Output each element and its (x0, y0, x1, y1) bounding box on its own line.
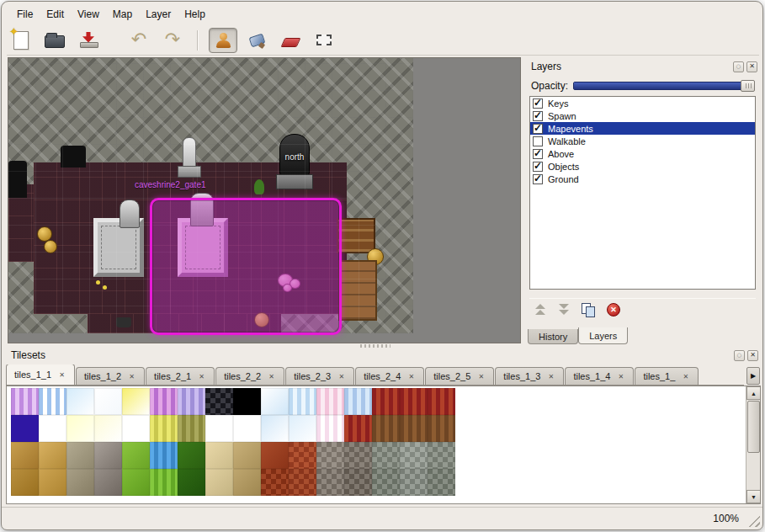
dock-tab-history[interactable]: History (528, 329, 578, 344)
resize-grip[interactable] (748, 515, 760, 527)
map-canvas-area[interactable]: north caveshrine2_gate1 (8, 57, 521, 343)
layer-row-above[interactable]: Above (530, 147, 755, 160)
scroll-down-icon[interactable] (746, 490, 761, 503)
close-tab-icon[interactable] (406, 372, 416, 381)
palette-tile[interactable] (372, 415, 400, 442)
palette-tile[interactable] (66, 469, 94, 496)
palette-tile[interactable] (205, 415, 233, 442)
palette-tile[interactable] (261, 388, 289, 415)
fill-tool-button[interactable] (242, 28, 271, 53)
close-tab-icon[interactable] (681, 372, 690, 381)
palette-tile[interactable] (289, 442, 316, 469)
palette-tile[interactable] (11, 388, 39, 415)
palette-tile[interactable] (261, 415, 289, 442)
palette-tile[interactable] (150, 415, 178, 442)
palette-tile[interactable] (316, 442, 344, 469)
tileset-tab-tiles_2_5[interactable]: tiles_2_5 (425, 367, 494, 385)
palette-tile[interactable] (122, 469, 150, 496)
menu-help[interactable]: Help (178, 6, 212, 23)
palette-tile[interactable] (400, 442, 428, 469)
close-tab-icon[interactable] (546, 372, 555, 381)
palette-tile[interactable] (344, 442, 372, 469)
palette-tile[interactable] (94, 442, 122, 469)
palette-tile[interactable] (233, 469, 261, 496)
palette-tile[interactable] (428, 442, 455, 469)
scrollbar-thumb[interactable] (747, 401, 760, 453)
palette-tile[interactable] (11, 415, 39, 442)
duplicate-layer-icon[interactable] (582, 303, 595, 317)
map-selection-rect[interactable] (150, 198, 342, 335)
layer-visibility-checkbox[interactable] (533, 174, 543, 184)
palette-tile[interactable] (39, 388, 66, 415)
palette-tile[interactable] (344, 415, 372, 442)
palette-tile[interactable] (178, 415, 205, 442)
tileset-palette[interactable] (11, 388, 455, 496)
select-tool-button[interactable] (310, 28, 338, 53)
palette-tile[interactable] (150, 388, 178, 415)
palette-tile[interactable] (94, 388, 122, 415)
close-tab-icon[interactable] (127, 372, 136, 381)
layer-visibility-checkbox[interactable] (533, 136, 543, 146)
palette-tile[interactable] (316, 469, 344, 496)
undock-icon[interactable] (734, 350, 745, 361)
layer-visibility-checkbox[interactable] (533, 124, 543, 134)
palette-tile[interactable] (205, 469, 233, 496)
palette-tile[interactable] (94, 469, 122, 496)
menu-file[interactable]: File (10, 6, 40, 23)
palette-tile[interactable] (205, 442, 233, 469)
palette-tile[interactable] (289, 388, 316, 415)
close-tab-icon[interactable] (616, 372, 625, 381)
menu-edit[interactable]: Edit (40, 6, 71, 23)
tileset-tab-tiles_1_1[interactable]: tiles_1_1 (6, 364, 75, 385)
opacity-slider[interactable] (573, 82, 755, 90)
palette-tile[interactable] (178, 388, 205, 415)
palette-tile[interactable] (344, 388, 372, 415)
palette-tile[interactable] (66, 388, 94, 415)
palette-tile[interactable] (233, 442, 261, 469)
palette-tile[interactable] (428, 415, 455, 442)
palette-tile[interactable] (205, 388, 233, 415)
palette-tile[interactable] (344, 469, 372, 496)
close-tab-icon[interactable] (476, 372, 486, 381)
layer-visibility-checkbox[interactable] (533, 162, 543, 172)
layer-row-objects[interactable]: Objects (530, 160, 755, 173)
opacity-slider-handle[interactable] (741, 80, 755, 92)
tileset-tab-tiles_1_2[interactable]: tiles_1_2 (76, 367, 145, 385)
layer-row-ground[interactable]: Ground (530, 173, 755, 185)
palette-tile[interactable] (122, 442, 150, 469)
menu-map[interactable]: Map (106, 6, 139, 23)
palette-tile[interactable] (289, 415, 316, 442)
layer-visibility-checkbox[interactable] (533, 98, 543, 109)
tileset-tab-tiles_2_3[interactable]: tiles_2_3 (285, 367, 354, 385)
palette-tile[interactable] (289, 469, 316, 496)
tileset-tab-tiles_1_[interactable]: tiles_1_ (635, 367, 699, 385)
undo-button[interactable] (125, 28, 153, 53)
layers-list[interactable]: KeysSpawnMapeventsWalkableAboveObjectsGr… (529, 96, 756, 290)
palette-tile[interactable] (150, 469, 178, 496)
close-dock-icon[interactable] (746, 61, 757, 72)
palette-tile[interactable] (400, 415, 428, 442)
layer-row-mapevents[interactable]: Mapevents (530, 122, 755, 135)
close-dock-icon[interactable] (747, 350, 758, 361)
palette-tile[interactable] (400, 469, 428, 496)
delete-layer-icon[interactable] (607, 303, 620, 317)
tab-scroll-right-icon[interactable] (746, 367, 760, 385)
palette-tile[interactable] (261, 442, 289, 469)
palette-tile[interactable] (66, 442, 94, 469)
raise-layer-icon[interactable] (534, 304, 546, 316)
palette-tile[interactable] (11, 469, 39, 496)
palette-tile[interactable] (178, 469, 205, 496)
palette-tile[interactable] (233, 415, 261, 442)
palette-tile[interactable] (39, 415, 66, 442)
palette-tile[interactable] (94, 415, 122, 442)
stamp-tool-button[interactable] (209, 28, 237, 53)
tileset-palette-area[interactable] (6, 386, 761, 504)
layer-row-spawn[interactable]: Spawn (530, 109, 755, 122)
palette-tile[interactable] (39, 442, 66, 469)
close-tab-icon[interactable] (267, 372, 276, 381)
lower-layer-icon[interactable] (558, 304, 570, 316)
palette-tile[interactable] (233, 388, 261, 415)
palette-tile[interactable] (372, 469, 400, 496)
close-tab-icon[interactable] (197, 372, 206, 381)
menu-layer[interactable]: Layer (139, 6, 178, 23)
